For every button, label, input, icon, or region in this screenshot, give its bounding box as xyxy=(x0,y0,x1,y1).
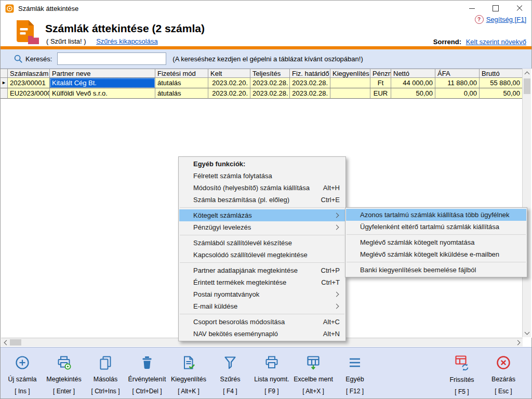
menu-separator xyxy=(180,262,344,263)
menu-item[interactable]: Postai nyomtatványok xyxy=(179,288,345,300)
column-header[interactable]: ÁFA xyxy=(435,69,480,78)
menu-item[interactable]: Meglévő számlák kötegelt nyomtatása xyxy=(346,236,526,248)
close-button[interactable] xyxy=(508,1,531,16)
new-invoice-button[interactable]: Új számla[ Ins ] xyxy=(2,348,43,395)
menu-item-label: Kötegelt számlázás xyxy=(193,211,335,219)
row-indicator xyxy=(1,88,8,99)
vertical-scrollbar[interactable] xyxy=(522,69,531,337)
menu-item[interactable]: Érintett termékek megtekintéseCtrl+T xyxy=(179,276,345,288)
maximize-button[interactable] xyxy=(484,1,508,16)
page-header: Számlák áttekintése (2 számla) ( Szűrt l… xyxy=(1,16,531,46)
filter-button[interactable]: Szűrés[ F4 ] xyxy=(209,348,251,395)
column-header[interactable]: Kiegyenlítés xyxy=(330,69,370,78)
close-window-button[interactable]: Bezárás[ Esc ] xyxy=(483,348,524,395)
vertical-scrollbar-thumb[interactable] xyxy=(524,78,530,94)
table-row[interactable]: EU2023/00001Külföldi Vevő s.r.o.átutalás… xyxy=(1,88,532,99)
menu-item[interactable]: Banki kiegyenlítések beemelése fájlból xyxy=(346,264,526,276)
menu-item[interactable]: Partner adatlapjának megtekintéseCtrl+P xyxy=(179,264,345,276)
toolbar-button-shortcut: [ Alt+X ] xyxy=(292,388,334,395)
menu-separator xyxy=(347,234,526,235)
column-header[interactable]: Teljesítés xyxy=(250,69,290,78)
search-icon xyxy=(13,54,23,64)
menu-item-label: Félretett számla folytatása xyxy=(193,172,340,180)
sort-link[interactable]: Kelt szerint növekvő xyxy=(466,38,526,46)
column-header[interactable]: Bruttó xyxy=(480,69,523,78)
table-cell: 50,00 xyxy=(480,88,523,99)
excel-export-button[interactable]: Excelbe ment[ Alt+X ] xyxy=(292,348,334,395)
menu-item-label: Azonos tartalmú számlák kiállítása több … xyxy=(360,211,521,219)
menu-item[interactable]: Azonos tartalmú számlák kiállítása több … xyxy=(346,209,526,221)
toolbar-button-label: Szűrés xyxy=(209,376,251,383)
toolbar-button-label: Kiegyenlítés xyxy=(168,376,209,383)
scroll-left-button[interactable] xyxy=(1,338,10,347)
settle-button[interactable]: Kiegyenlítés[ Alt+K ] xyxy=(168,348,209,395)
menu-item[interactable]: Pénzügyi levelezés xyxy=(179,221,345,233)
menu-item[interactable]: Számlából szállítólevél készítése xyxy=(179,237,345,249)
menu-item[interactable]: Számla beszámítása (pl. előleg)Ctrl+E xyxy=(179,194,345,206)
column-header[interactable]: Számlaszám xyxy=(8,69,50,78)
scroll-right-button[interactable] xyxy=(514,338,523,347)
toolbar-button-label: Másolás xyxy=(85,376,126,383)
column-header[interactable]: Partner neve xyxy=(50,69,155,78)
toolbar-button-label: Frissítés xyxy=(441,376,483,383)
more-button[interactable]: Egyéb[ F12 ] xyxy=(334,348,376,395)
menu-item[interactable]: Kötegelt számlázás xyxy=(179,209,345,221)
sort-label: Sorrend: xyxy=(433,38,461,46)
view-button[interactable]: Megtekintés[ Enter ] xyxy=(43,348,85,395)
column-header[interactable]: Nettó xyxy=(391,69,435,78)
window-title: Számlák áttekintése xyxy=(18,5,78,12)
scroll-down-button[interactable] xyxy=(523,328,531,337)
menu-item-shortcut: Ctrl+P xyxy=(321,267,340,274)
table-cell: 44 000,00 xyxy=(391,78,435,88)
table-cell: 11 880,00 xyxy=(435,78,480,88)
toolbar-button-shortcut: [ Ctrl+Ins ] xyxy=(85,388,126,395)
refresh-button[interactable]: Frissítés[ F5 ] xyxy=(441,348,483,395)
title-bar: Számlák áttekintése xyxy=(1,1,531,16)
toolbar-button-shortcut: [ F12 ] xyxy=(334,388,376,395)
menu-item-label: NAV bekötés eseménynapló xyxy=(193,330,313,338)
app-icon xyxy=(5,4,14,13)
void-button[interactable]: Érvénytelenít[ Ctrl+Del ] xyxy=(126,348,168,395)
page-title: Számlák áttekintése (2 számla) xyxy=(45,22,205,35)
print-preview-icon xyxy=(56,354,72,371)
table-cell: átutalás xyxy=(155,78,208,88)
table-cell: 2023.02.28. xyxy=(250,78,290,88)
menu-item[interactable]: Félretett számla folytatása xyxy=(179,170,345,182)
hamburger-icon xyxy=(347,354,363,371)
menu-item-shortcut: Alt+C xyxy=(323,318,340,326)
column-header[interactable]: Kelt xyxy=(208,69,250,78)
table-cell xyxy=(330,88,370,99)
submenu-arrow-icon xyxy=(334,304,339,309)
column-header[interactable]: Fiz. határidő xyxy=(290,69,330,78)
horizontal-scrollbar-thumb[interactable] xyxy=(10,339,21,345)
menu-item[interactable]: Csoport besorolás módosításaAlt+C xyxy=(179,316,345,328)
column-header[interactable]: Fizetési mód xyxy=(155,69,208,78)
print-list-button[interactable]: Lista nyomt.[ F9 ] xyxy=(251,348,292,395)
scroll-up-button[interactable] xyxy=(523,69,531,77)
menu-item-label: Módosító (helyesbítő) számla kiállítása xyxy=(193,184,313,192)
menu-separator xyxy=(347,262,526,262)
row-indicator-header xyxy=(1,69,8,78)
menu-item[interactable]: NAV bekötés eseménynaplóAlt+N xyxy=(179,328,345,340)
column-header[interactable]: Pénzn. xyxy=(370,69,391,78)
bottom-toolbar: Új számla[ Ins ]Megtekintés[ Enter ]Máso… xyxy=(1,347,531,398)
menu-item[interactable]: Módosító (helyesbítő) számla kiállításaA… xyxy=(179,182,345,194)
search-input[interactable] xyxy=(57,52,166,65)
table-row[interactable]: ►2023/00001Kitalált Cég Bt.átutalás2023.… xyxy=(1,78,532,88)
filter-off-link[interactable]: Szűrés kikapcsolása xyxy=(96,37,158,45)
help-link[interactable]: Segítség [F1] xyxy=(486,16,526,23)
menu-item[interactable]: Meglévő számlák kötegelt kiküldése e-mai… xyxy=(346,248,526,260)
table-cell: 2023.02.28. xyxy=(250,88,290,99)
menu-item[interactable]: Ügyfelenként eltérő tartalmú számlák kiá… xyxy=(346,221,526,233)
menu-item-shortcut: Ctrl+E xyxy=(321,196,340,204)
menu-item-label: Meglévő számlák kötegelt nyomtatása xyxy=(360,238,521,246)
minimize-button[interactable] xyxy=(460,1,484,16)
excel-export-icon xyxy=(305,354,321,371)
menu-item[interactable]: E-mail küldése xyxy=(179,300,345,312)
close-circle-icon xyxy=(496,354,511,371)
submenu-arrow-icon xyxy=(334,213,339,218)
menu-item-label: Kapcsolódó szállítólevél megtekintése xyxy=(193,251,340,259)
copy-button[interactable]: Másolás[ Ctrl+Ins ] xyxy=(85,348,126,395)
filtered-note: ( Szűrt lista! ) xyxy=(46,37,86,45)
menu-item[interactable]: Kapcsolódó szállítólevél megtekintése xyxy=(179,249,345,261)
